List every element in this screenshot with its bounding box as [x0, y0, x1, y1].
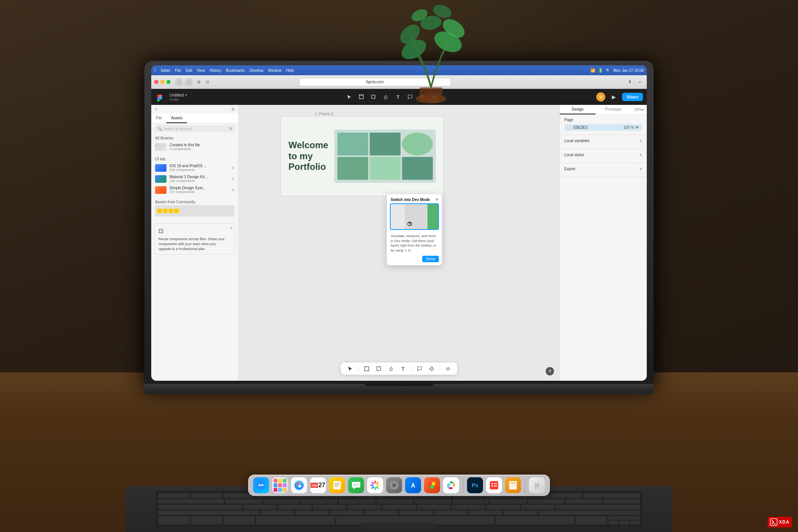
menu-file[interactable]: File — [175, 68, 181, 73]
dock-airpods[interactable] — [529, 477, 545, 493]
devmode-close-icon[interactable]: × — [435, 197, 438, 202]
select-tool-bottom[interactable] — [346, 364, 355, 373]
close-button[interactable] — [154, 80, 158, 84]
kit-material-count: 245 components — [169, 179, 228, 183]
comment-tool-bottom[interactable] — [415, 364, 424, 373]
frame-label: ◻ Frame 2 — [315, 112, 333, 116]
menu-edit[interactable]: Edit — [186, 68, 192, 73]
dock-app-store[interactable]: A — [405, 477, 421, 493]
user-avatar[interactable]: U — [596, 92, 605, 101]
frame-tool-bottom[interactable] — [363, 364, 371, 373]
local-styles-add-icon[interactable]: + — [639, 152, 642, 157]
upgrade-banner: × ⊡ Reuse components across files. Share… — [154, 223, 235, 255]
mockup-cell-3 — [402, 133, 433, 155]
tab-icon[interactable]: ⊡ — [205, 79, 210, 85]
dock-notes[interactable] — [329, 477, 345, 493]
opacity-eye-icon[interactable]: 👁 — [635, 125, 639, 130]
search-menubar-icon[interactable]: 🔍 — [606, 68, 610, 73]
svg-point-41 — [393, 488, 395, 489]
minimize-button[interactable] — [160, 80, 165, 84]
kit-simple-count: 372 components — [169, 190, 228, 194]
dock-reminders[interactable] — [486, 477, 502, 493]
right-tab-design[interactable]: Design — [560, 105, 595, 114]
back-button[interactable]: ‹ — [175, 78, 183, 86]
figma-canvas[interactable]: ◻ Frame 2 Welcometo myPortfolio — [239, 105, 559, 381]
sidebar-toggle[interactable]: ⊞ — [195, 78, 203, 86]
local-variables-section: Local variables + — [560, 135, 647, 149]
battery-icon: 🔋 — [598, 68, 603, 73]
search-libraries[interactable]: 🔍 Search all libraries ⇅ — [154, 125, 235, 132]
kb-arrow-row — [608, 521, 640, 524]
dock-finder[interactable] — [253, 477, 269, 493]
frame-tool[interactable] — [356, 92, 367, 102]
dock-pages[interactable] — [505, 477, 521, 493]
kb-key — [301, 499, 337, 504]
play-button[interactable]: ▶ — [608, 92, 619, 102]
svg-point-40 — [393, 481, 395, 483]
dock-calendar[interactable]: JAN 27 — [310, 477, 326, 493]
page-color-item[interactable]: E5E3E3 100 % 👁 — [564, 124, 642, 131]
add-tab-icon[interactable]: + — [636, 78, 644, 86]
share-icon[interactable]: ⬆ — [626, 78, 634, 86]
dock-colorsnapper[interactable] — [424, 477, 440, 493]
lp-icon-4 — [274, 483, 277, 487]
export-add-icon[interactable]: + — [639, 166, 642, 171]
menu-bookmarks[interactable]: Bookmarks — [226, 68, 245, 73]
menubar-right: 📶 🔋 🔍 Mon Jan 27 16:08 — [591, 68, 644, 73]
dev-mode-tool-bottom[interactable] — [444, 364, 452, 373]
menu-history[interactable]: History — [209, 68, 221, 73]
search-icon: 🔍 — [157, 127, 162, 131]
move-tool[interactable] — [344, 92, 355, 102]
component-tool-bottom[interactable] — [428, 364, 436, 373]
dock-photos[interactable] — [367, 477, 383, 493]
kb-key-tab — [158, 499, 224, 504]
kit-simple-settings-icon[interactable]: ⚙ — [231, 188, 234, 192]
forward-button[interactable]: › — [185, 78, 193, 86]
dock-system-prefs[interactable] — [386, 477, 402, 493]
menu-help[interactable]: Help — [286, 68, 294, 73]
touchpad[interactable] — [361, 523, 437, 529]
dock-launchpad[interactable] — [272, 477, 288, 493]
maximize-button[interactable] — [166, 80, 171, 84]
shape-tool-bottom[interactable] — [375, 364, 383, 373]
kb-key — [260, 510, 294, 515]
portfolio-mockup — [334, 130, 436, 183]
text-tool-bottom[interactable]: T — [399, 364, 407, 373]
svg-rect-56 — [447, 484, 451, 486]
right-tab-prototype[interactable]: Prototype — [595, 105, 631, 114]
dock-slack[interactable] — [443, 477, 459, 493]
menu-develop[interactable]: Develop — [250, 68, 264, 73]
portfolio-frame[interactable]: Welcometo myPortfolio — [280, 116, 444, 196]
devmode-done-button[interactable]: Done — [422, 256, 439, 262]
kit-ios-name: iOS 18 and iPadOS ... — [169, 164, 223, 168]
menu-view[interactable]: View — [197, 68, 205, 73]
local-styles-title: Local styles — [564, 153, 584, 157]
menu-safari[interactable]: Safari — [160, 68, 170, 73]
page-color-swatch[interactable] — [567, 126, 571, 130]
ui-kits-title: UI kits — [151, 155, 238, 162]
sort-icon[interactable]: ⇅ — [229, 127, 232, 131]
kit-ios-settings-icon[interactable]: ⚙ — [231, 166, 234, 170]
upgrade-close-icon[interactable]: × — [230, 225, 233, 232]
panel-settings-icon[interactable]: ⊞ — [231, 107, 234, 111]
pen-tool-bottom[interactable] — [387, 364, 395, 373]
menu-window[interactable]: Window — [268, 68, 282, 73]
dock-safari[interactable] — [291, 477, 307, 493]
tab-assets[interactable]: Assets — [166, 114, 187, 123]
dock-photoshop[interactable]: Ps — [467, 477, 483, 493]
local-variables-header: Local variables + — [564, 138, 642, 143]
share-button[interactable]: Share — [622, 93, 643, 101]
help-button[interactable]: ? — [546, 367, 554, 375]
kit-simple: Simple Design Syst... 372 components ⚙ — [151, 184, 238, 195]
laptop-base — [144, 384, 654, 394]
kit-material-settings-icon[interactable]: ⚙ — [231, 177, 234, 181]
svg-rect-57 — [490, 481, 498, 489]
kit-material-thumb — [155, 175, 166, 183]
svg-rect-70 — [538, 488, 538, 489]
tab-file[interactable]: File — [151, 114, 166, 123]
kb-key — [565, 499, 602, 504]
dock-messages[interactable] — [348, 477, 364, 493]
svg-point-59 — [491, 485, 493, 487]
portfolio-text: Welcometo myPortfolio — [288, 140, 328, 173]
local-variables-add-icon[interactable]: + — [639, 138, 642, 143]
